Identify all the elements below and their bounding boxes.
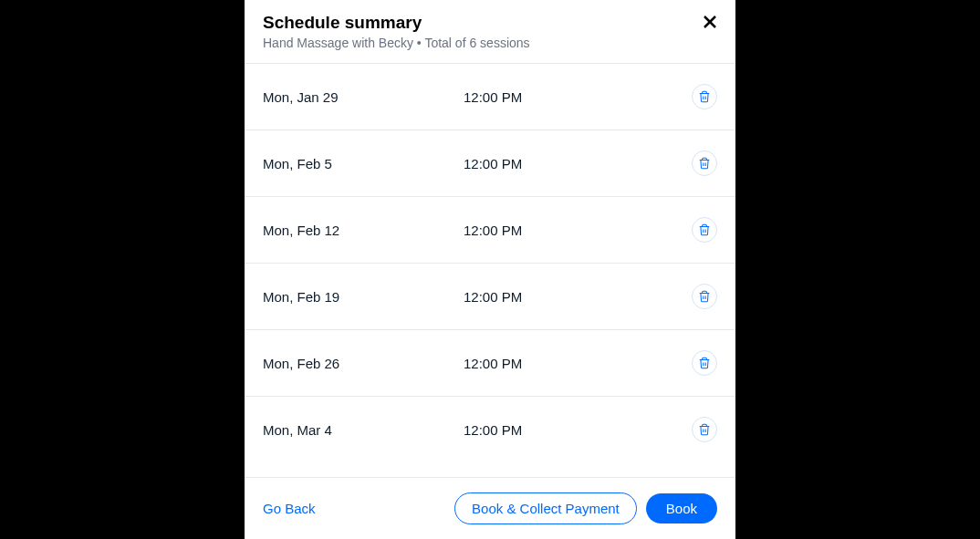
session-row: Mon, Feb 26 12:00 PM <box>245 330 735 397</box>
session-row: Mon, Feb 19 12:00 PM <box>245 264 735 330</box>
delete-session-button[interactable] <box>692 84 717 109</box>
trash-icon <box>698 423 711 436</box>
delete-session-button[interactable] <box>692 217 717 243</box>
delete-session-button[interactable] <box>692 350 717 376</box>
trash-icon <box>698 90 711 103</box>
book-collect-payment-button[interactable]: Book & Collect Payment <box>454 492 637 524</box>
session-row: Mon, Feb 12 12:00 PM <box>245 197 735 264</box>
session-time: 12:00 PM <box>464 356 692 371</box>
session-list: Mon, Jan 29 12:00 PM Mon, Feb 5 12:00 PM <box>245 64 735 477</box>
go-back-button[interactable]: Go Back <box>263 501 316 516</box>
session-time: 12:00 PM <box>464 223 692 238</box>
session-date: Mon, Feb 26 <box>263 356 464 371</box>
modal-subtitle: Hand Massage with Becky • Total of 6 ses… <box>263 36 717 50</box>
trash-icon <box>698 223 711 236</box>
book-button[interactable]: Book <box>646 493 717 523</box>
modal-footer: Go Back Book & Collect Payment Book <box>245 477 735 539</box>
session-date: Mon, Mar 4 <box>263 422 464 438</box>
session-time: 12:00 PM <box>464 89 692 105</box>
close-icon <box>703 15 717 29</box>
trash-icon <box>698 290 711 303</box>
session-time: 12:00 PM <box>464 156 692 171</box>
trash-icon <box>698 357 711 369</box>
session-row: Mon, Mar 4 12:00 PM <box>245 397 735 462</box>
session-row: Mon, Jan 29 12:00 PM <box>245 64 735 130</box>
session-date: Mon, Feb 19 <box>263 289 464 305</box>
trash-icon <box>698 157 711 170</box>
session-time: 12:00 PM <box>464 422 692 438</box>
delete-session-button[interactable] <box>692 150 717 176</box>
delete-session-button[interactable] <box>692 284 717 309</box>
modal-header: Schedule summary Hand Massage with Becky… <box>245 0 735 64</box>
delete-session-button[interactable] <box>692 417 717 442</box>
modal-title: Schedule summary <box>263 13 717 33</box>
session-row: Mon, Feb 5 12:00 PM <box>245 130 735 197</box>
session-date: Mon, Feb 5 <box>263 156 464 171</box>
session-date: Mon, Feb 12 <box>263 223 464 238</box>
close-button[interactable] <box>699 11 721 33</box>
session-time: 12:00 PM <box>464 289 692 305</box>
schedule-summary-modal: Schedule summary Hand Massage with Becky… <box>245 0 735 539</box>
session-date: Mon, Jan 29 <box>263 89 464 105</box>
